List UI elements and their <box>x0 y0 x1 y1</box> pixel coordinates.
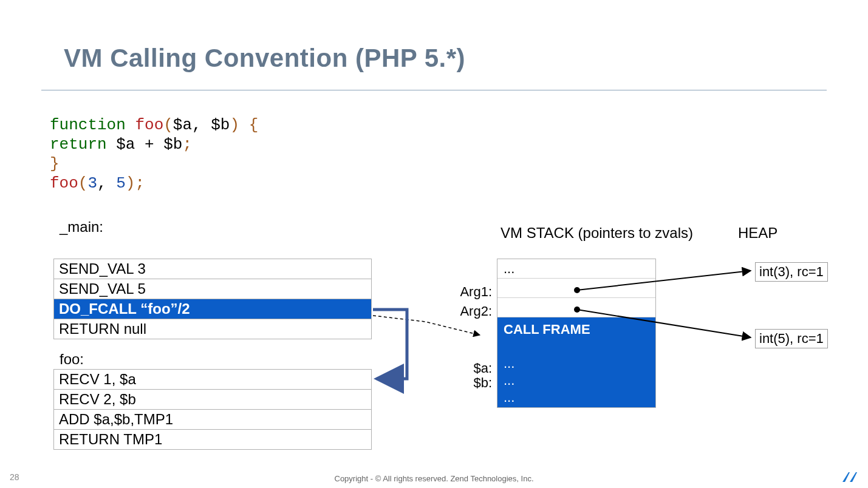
divider <box>41 90 827 90</box>
call-open: ( <box>78 174 88 192</box>
call-frame-header: CALL FRAME <box>497 317 655 354</box>
row-label-arg2: Arg2: <box>449 303 492 319</box>
label-main: _main: <box>60 219 103 236</box>
label-foo: foo: <box>60 351 84 368</box>
paren-close-brace: ) { <box>230 116 258 134</box>
vm-stack: ... CALL FRAME ... ... ... <box>497 259 656 408</box>
heap-int3: int(3), rc=1 <box>755 262 828 282</box>
op-row: RETURN TMP1 <box>54 430 372 450</box>
stack-cell-arg2 <box>497 298 655 317</box>
num-5: 5 <box>116 174 126 192</box>
stack-cell-arg1 <box>497 279 655 298</box>
stack-cell-tail: ... <box>497 388 655 407</box>
op-row-current: DO_FCALL “foo”/2 <box>54 299 372 319</box>
semi: ; <box>182 135 192 154</box>
row-label-a: $a: <box>449 361 492 376</box>
return-expr: $a + $b <box>116 135 182 154</box>
op-row: RECV 1, $a <box>54 370 372 390</box>
opcodes-main: SEND_VAL 3 SEND_VAL 5 DO_FCALL “foo”/2 R… <box>53 259 372 339</box>
code-block: function foo($a, $b) { return $a + $b; }… <box>50 115 258 193</box>
stack-cell-b: ... <box>497 371 655 388</box>
call-close: ); <box>126 174 145 192</box>
vm-stack-title: VM STACK (pointers to zvals) <box>501 225 693 242</box>
op-row: SEND_VAL 3 <box>54 259 372 279</box>
zend-logo <box>842 471 858 483</box>
num-3: 3 <box>87 174 97 192</box>
brace-close: } <box>50 155 60 173</box>
op-row: ADD $a,$b,TMP1 <box>54 410 372 430</box>
svg-marker-4 <box>842 472 850 482</box>
op-row: SEND_VAL 5 <box>54 279 372 299</box>
slide-title: VM Calling Convention (PHP 5.*) <box>64 44 465 73</box>
comma: , <box>97 174 116 192</box>
heap-title: HEAP <box>738 225 777 242</box>
stack-cell: ... <box>497 259 655 279</box>
row-label-arg1: Arg1: <box>449 284 492 300</box>
op-row: RETURN null <box>54 319 372 339</box>
kw-return: return <box>50 135 116 154</box>
kw-function: function <box>50 116 135 134</box>
row-label-b: $b: <box>449 375 492 391</box>
copyright: Copyright - © All rights reserved. Zend … <box>0 474 868 483</box>
paren-open: ( <box>163 116 173 134</box>
call-fn: foo <box>50 174 78 192</box>
fn-name: foo <box>135 116 163 134</box>
stack-cell-a: ... <box>497 354 655 371</box>
opcodes-foo: RECV 1, $a RECV 2, $b ADD $a,$b,TMP1 RET… <box>53 369 372 450</box>
op-row: RECV 2, $b <box>54 390 372 410</box>
svg-marker-5 <box>850 472 857 482</box>
args: $a, $b <box>173 116 230 134</box>
heap-int5: int(5), rc=1 <box>755 329 828 348</box>
